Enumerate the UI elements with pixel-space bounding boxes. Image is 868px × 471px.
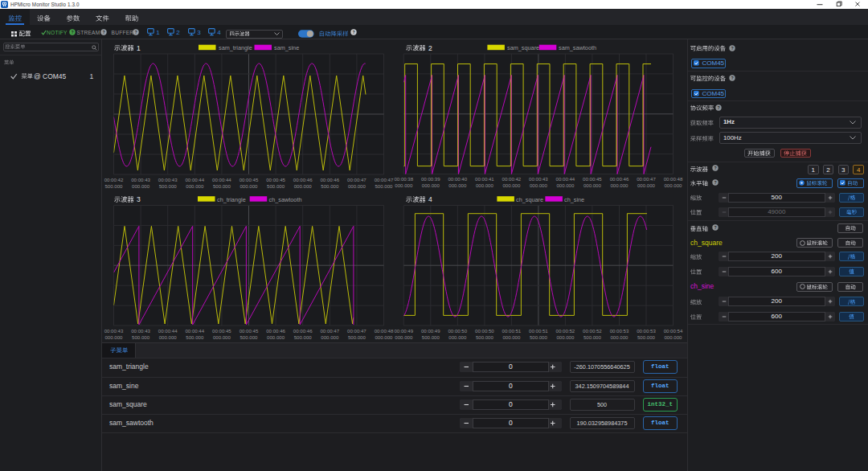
svg-text:500.000: 500.000 xyxy=(213,183,231,189)
svg-text:000.000: 000.000 xyxy=(583,182,602,188)
svg-text:sam_sawtooth: sam_sawtooth xyxy=(559,44,596,51)
svg-text:000.000: 000.000 xyxy=(448,182,467,188)
svg-text:00:00:44: 00:00:44 xyxy=(556,176,575,182)
svg-text:?: ? xyxy=(731,46,733,51)
svg-text:00:00:48: 00:00:48 xyxy=(664,176,683,182)
svg-text:000.000: 000.000 xyxy=(556,182,575,188)
svg-text:00:00:44: 00:00:44 xyxy=(158,328,178,334)
svg-text:ch_sawtooth: ch_sawtooth xyxy=(269,196,302,203)
svg-text:500.000: 500.000 xyxy=(267,183,285,189)
svg-text:000.000: 000.000 xyxy=(395,334,413,340)
svg-text:00:00:52: 00:00:52 xyxy=(583,328,602,334)
svg-text:00:00:43: 00:00:43 xyxy=(529,176,548,182)
svg-text:000.000: 000.000 xyxy=(530,182,548,188)
svg-text:500.000: 500.000 xyxy=(348,334,366,340)
svg-text:00:00:46: 00:00:46 xyxy=(320,177,339,182)
svg-text:500.000: 500.000 xyxy=(476,334,494,340)
svg-text:3: 3 xyxy=(197,29,201,36)
svg-text:3: 3 xyxy=(137,195,141,203)
svg-text:500.000: 500.000 xyxy=(583,334,602,340)
svg-text:00:00:53: 00:00:53 xyxy=(637,328,656,334)
svg-text:000.000: 000.000 xyxy=(132,183,150,189)
svg-text:500.000: 500.000 xyxy=(530,334,548,340)
svg-text:00:00:51: 00:00:51 xyxy=(529,328,548,334)
svg-text:1: 1 xyxy=(137,44,141,52)
svg-text:00:00:45: 00:00:45 xyxy=(266,177,285,182)
svg-text:?: ? xyxy=(714,166,716,170)
svg-text:000.000: 000.000 xyxy=(375,334,393,340)
svg-text:00:00:44: 00:00:44 xyxy=(212,177,231,182)
svg-text:00:00:49: 00:00:49 xyxy=(421,328,440,334)
svg-text:000.000: 000.000 xyxy=(186,183,204,189)
svg-text:000.000: 000.000 xyxy=(664,334,682,340)
svg-text:500.000: 500.000 xyxy=(186,334,204,340)
svg-text:00:00:43: 00:00:43 xyxy=(158,177,178,182)
svg-text:?: ? xyxy=(102,30,104,35)
svg-text:2: 2 xyxy=(176,29,180,36)
svg-text:00:00:46: 00:00:46 xyxy=(610,176,629,182)
svg-text:00:00:38: 00:00:38 xyxy=(394,176,413,182)
svg-text:500.000: 500.000 xyxy=(637,334,656,340)
svg-text:500.000: 500.000 xyxy=(422,334,440,340)
svg-text:?: ? xyxy=(714,180,716,185)
svg-text:?: ? xyxy=(731,76,733,80)
svg-text:000.000: 000.000 xyxy=(502,182,521,188)
svg-text:00:00:47: 00:00:47 xyxy=(320,328,339,334)
svg-text:00:00:54: 00:00:54 xyxy=(664,328,683,334)
svg-text:00:00:48: 00:00:48 xyxy=(375,328,394,334)
svg-text:?: ? xyxy=(714,225,716,230)
svg-text:ch_square: ch_square xyxy=(516,196,543,203)
svg-text:00:00:47: 00:00:47 xyxy=(347,177,366,182)
svg-text:00:00:43: 00:00:43 xyxy=(131,177,150,182)
svg-text:00:00:46: 00:00:46 xyxy=(293,177,313,182)
svg-text:00:00:47: 00:00:47 xyxy=(347,328,366,334)
svg-text:sam_square: sam_square xyxy=(507,44,539,51)
svg-text:500.000: 500.000 xyxy=(294,334,313,340)
svg-text:00:00:47: 00:00:47 xyxy=(375,177,394,182)
svg-text:4: 4 xyxy=(428,195,432,203)
svg-text:000.000: 000.000 xyxy=(556,334,575,340)
svg-text:000.000: 000.000 xyxy=(267,334,285,340)
svg-text:000.000: 000.000 xyxy=(240,183,258,189)
svg-text:00:00:39: 00:00:39 xyxy=(421,176,440,182)
svg-text:sam_sine: sam_sine xyxy=(274,44,299,51)
svg-text:00:00:41: 00:00:41 xyxy=(475,176,494,182)
svg-text:ch_sine: ch_sine xyxy=(564,196,584,203)
svg-text:500.000: 500.000 xyxy=(132,334,150,340)
svg-text:000.000: 000.000 xyxy=(610,334,628,340)
svg-text:500.000: 500.000 xyxy=(321,183,339,189)
svg-text:?: ? xyxy=(352,30,354,35)
svg-text:500.000: 500.000 xyxy=(159,183,178,189)
svg-text:00:00:45: 00:00:45 xyxy=(583,176,602,182)
svg-text:00:00:44: 00:00:44 xyxy=(185,328,204,334)
svg-text:000.000: 000.000 xyxy=(664,182,682,188)
svg-text:2: 2 xyxy=(428,44,432,52)
svg-text:1: 1 xyxy=(156,29,160,36)
svg-text:000.000: 000.000 xyxy=(159,334,178,340)
svg-text:00:00:46: 00:00:46 xyxy=(266,328,285,334)
svg-text:00:00:46: 00:00:46 xyxy=(293,328,313,334)
svg-text:00:00:45: 00:00:45 xyxy=(240,177,259,182)
svg-text:500.000: 500.000 xyxy=(104,183,123,189)
svg-text:00:00:50: 00:00:50 xyxy=(448,328,467,334)
svg-text:sam_triangle: sam_triangle xyxy=(219,44,252,51)
svg-text:?: ? xyxy=(71,30,73,35)
svg-text:000.000: 000.000 xyxy=(637,182,656,188)
svg-text:000.000: 000.000 xyxy=(610,182,628,188)
svg-text:000.000: 000.000 xyxy=(213,334,231,340)
svg-text:ch_triangle: ch_triangle xyxy=(217,196,246,203)
svg-text:500.000: 500.000 xyxy=(375,183,393,189)
svg-text:000.000: 000.000 xyxy=(448,334,467,340)
svg-text:000.000: 000.000 xyxy=(502,334,521,340)
svg-text:00:00:43: 00:00:43 xyxy=(104,328,124,334)
svg-text:00:00:45: 00:00:45 xyxy=(212,328,231,334)
svg-text:00:00:50: 00:00:50 xyxy=(475,328,494,334)
svg-text:00:00:49: 00:00:49 xyxy=(394,328,413,334)
svg-text:000.000: 000.000 xyxy=(294,183,313,189)
svg-text:000.000: 000.000 xyxy=(104,334,123,340)
svg-text:?: ? xyxy=(134,30,137,35)
svg-text:000.000: 000.000 xyxy=(348,183,366,189)
svg-text:00:00:51: 00:00:51 xyxy=(502,328,522,334)
svg-text:000.000: 000.000 xyxy=(422,182,440,188)
svg-text:00:00:40: 00:00:40 xyxy=(448,176,467,182)
